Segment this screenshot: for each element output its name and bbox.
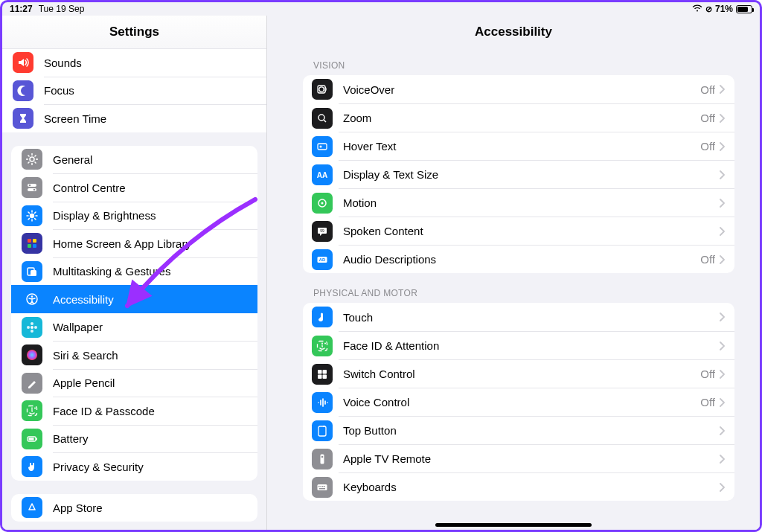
detail-row-label: Top Button: [343, 424, 720, 437]
sidebar-item-display-brightness[interactable]: Display & Brightness: [53, 202, 257, 230]
detail-row-top-button[interactable]: Top Button: [339, 416, 734, 444]
detail-row-voice-control[interactable]: Voice ControlOff: [339, 388, 734, 416]
sidebar-item-accessibility[interactable]: Accessibility: [11, 285, 257, 313]
chevron-right-icon: [720, 426, 726, 435]
svg-point-14: [31, 326, 33, 329]
svg-rect-50: [321, 486, 322, 487]
sidebar-item-screen-time[interactable]: Screen Time: [44, 104, 266, 132]
detail-row-motion[interactable]: Motion: [339, 188, 734, 217]
access-icon: [22, 289, 42, 310]
detail-row-hover-text[interactable]: Hover TextOff: [339, 132, 734, 160]
detail-row-face-id-attention[interactable]: Face ID & Attention: [339, 331, 734, 359]
detail-scroll[interactable]: VISIONVoiceOverOffZoomOffHover TextOffAA…: [267, 48, 760, 530]
detail-row-switch-control[interactable]: Switch ControlOff: [339, 359, 734, 388]
sidebar-item-label: Siri & Search: [53, 349, 118, 362]
detail-row-value: Off: [700, 112, 715, 124]
zoom-icon: [312, 108, 333, 129]
sidebar-group-3: App Store: [11, 494, 257, 522]
sidebar-item-label: App Store: [53, 501, 103, 514]
svg-rect-40: [318, 370, 322, 374]
svg-rect-6: [28, 239, 31, 243]
detail-row-label: Motion: [343, 196, 720, 209]
settings-sidebar: Settings SoundsFocusScreen Time GeneralC…: [2, 16, 267, 530]
sidebar-item-privacy-security[interactable]: Privacy & Security: [53, 452, 257, 481]
chevron-right-icon: [720, 142, 726, 151]
detail-row-label: Audio Descriptions: [343, 253, 700, 266]
sidebar-item-general[interactable]: General: [11, 146, 257, 174]
svg-text:AA: AA: [317, 171, 327, 179]
sidebar-item-label: Privacy & Security: [53, 461, 144, 473]
touch-icon: [312, 307, 333, 327]
svg-rect-42: [318, 374, 322, 379]
svg-point-26: [319, 87, 324, 92]
detail-row-label: Display & Text Size: [343, 168, 720, 181]
sidebar-title: Settings: [2, 16, 266, 48]
svg-rect-24: [29, 438, 34, 440]
svg-rect-49: [318, 486, 320, 487]
hourglass-icon: [13, 108, 33, 129]
detail-group: VoiceOverOffZoomOffHover TextOffAADispla…: [303, 75, 734, 273]
svg-point-33: [321, 202, 324, 204]
svg-rect-48: [318, 484, 327, 490]
svg-rect-43: [323, 374, 327, 379]
sidebar-item-sounds[interactable]: Sounds: [2, 48, 266, 77]
sidebar-item-wallpaper[interactable]: Wallpaper: [53, 313, 257, 342]
svg-point-47: [321, 455, 324, 458]
svg-rect-51: [322, 486, 324, 487]
pencil-icon: [22, 373, 42, 394]
sidebar-item-focus[interactable]: Focus: [44, 77, 266, 105]
home-indicator[interactable]: [435, 523, 592, 527]
sidebar-item-battery[interactable]: Battery: [53, 425, 257, 453]
sidebar-item-multitasking-gestures[interactable]: Multitasking & Gestures: [53, 257, 257, 286]
detail-row-label: Face ID & Attention: [343, 339, 720, 352]
detail-row-display-text-size[interactable]: AADisplay & Text Size: [339, 160, 734, 188]
sidebar-item-home-screen-app-library[interactable]: Home Screen & App Library: [53, 229, 257, 257]
detail-row-value: Off: [700, 83, 715, 96]
detail-row-touch[interactable]: Touch: [303, 303, 734, 331]
hover-icon: [312, 136, 333, 157]
svg-point-13: [31, 295, 33, 298]
sidebar-scroll[interactable]: SoundsFocusScreen Time GeneralControl Ce…: [2, 48, 266, 530]
sidebar-item-control-centre[interactable]: Control Centre: [53, 173, 257, 202]
voiceover-icon: [312, 79, 333, 100]
sidebar-item-siri-search[interactable]: Siri & Search: [53, 341, 257, 369]
hand-icon: [22, 456, 42, 477]
chevron-right-icon: [720, 227, 726, 236]
detail-row-keyboards[interactable]: Keyboards: [339, 472, 734, 501]
flower-icon: [22, 317, 42, 338]
siri-icon: [22, 344, 42, 365]
remote-icon: [312, 449, 333, 469]
detail-row-spoken-content[interactable]: 99Spoken Content: [339, 217, 734, 245]
detail-row-voiceover[interactable]: VoiceOverOff: [303, 75, 734, 103]
detail-title: Accessibility: [267, 16, 760, 48]
switches-icon: [22, 177, 42, 198]
gear-icon: [22, 149, 42, 170]
switchc-icon: [312, 364, 333, 385]
sidebar-item-apple-pencil[interactable]: Apple Pencil: [53, 369, 257, 397]
detail-row-label: Hover Text: [343, 140, 700, 153]
svg-point-16: [31, 330, 33, 333]
svg-rect-7: [33, 239, 36, 243]
detail-row-apple-tv-remote[interactable]: Apple TV Remote: [339, 444, 734, 472]
svg-text:99: 99: [320, 228, 324, 233]
chevron-right-icon: [720, 398, 726, 407]
sidebar-item-label: Face ID & Passcode: [53, 405, 155, 417]
svg-point-20: [31, 408, 33, 409]
svg-point-38: [324, 342, 326, 344]
detail-row-zoom[interactable]: ZoomOff: [339, 103, 734, 132]
chevron-right-icon: [720, 170, 726, 179]
svg-point-5: [30, 214, 34, 218]
sidebar-item-face-id-passcode[interactable]: Face ID & Passcode: [53, 397, 257, 425]
detail-row-value: Off: [700, 368, 715, 380]
sidebar-item-label: Multitasking & Gestures: [53, 265, 170, 278]
sidebar-item-app-store[interactable]: App Store: [11, 494, 257, 522]
svg-point-21: [34, 408, 36, 409]
sidebar-item-label: Focus: [44, 84, 74, 97]
sidebar-group-2: GeneralControl CentreDisplay & Brightnes…: [11, 146, 257, 481]
appstore-icon: [22, 497, 42, 518]
motion-icon: [312, 193, 333, 214]
chevron-right-icon: [720, 370, 726, 379]
detail-row-audio-descriptions[interactable]: ADAudio DescriptionsOff: [339, 245, 734, 273]
topbtn-icon: [312, 420, 333, 441]
svg-rect-8: [28, 244, 31, 248]
